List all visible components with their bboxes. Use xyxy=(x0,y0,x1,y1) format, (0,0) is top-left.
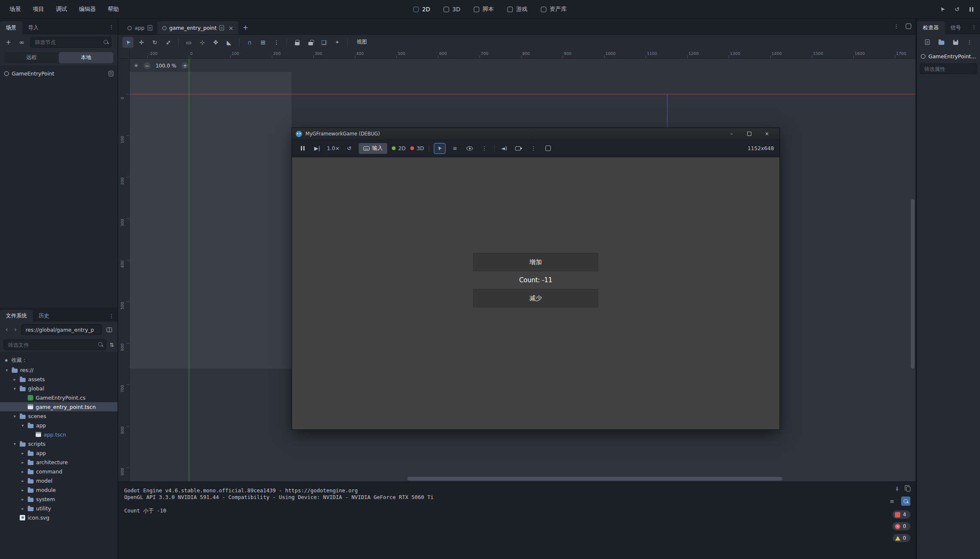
file-tree-row[interactable]: ▸ command xyxy=(0,467,117,476)
local-tab[interactable]: 本地 xyxy=(59,52,113,63)
save-resource-icon[interactable] xyxy=(953,40,958,45)
zoom-level[interactable]: 100.0 % xyxy=(156,63,177,69)
view-menu-button[interactable]: 视图 xyxy=(352,39,371,46)
speed-label[interactable]: 1.0× xyxy=(327,143,339,154)
canvas-2d[interactable]: ✳ − 100.0 % + MyGFrameworkGame (DEBUG) –… xyxy=(130,59,915,481)
expand-arrow-icon[interactable]: ▸ xyxy=(20,451,25,455)
file-tree-row[interactable]: ▾ scripts xyxy=(0,439,117,448)
expand-arrow-icon[interactable]: ▸ xyxy=(20,488,25,492)
ruler-tool-button[interactable]: ◣ xyxy=(224,37,235,48)
zoom-out-button[interactable]: − xyxy=(143,62,151,69)
status-badge[interactable]: 0 xyxy=(892,522,910,530)
game-window-titlebar[interactable]: MyGFrameworkGame (DEBUG) – × xyxy=(292,128,779,140)
expand-arrow-icon[interactable]: ▸ xyxy=(20,478,25,483)
scale-tool-button[interactable]: ↔ xyxy=(163,37,174,48)
expand-arrow-icon[interactable]: ▾ xyxy=(20,423,25,428)
list-select-tool-button[interactable]: ▭ xyxy=(183,37,194,48)
skeleton-options-button[interactable]: ⌖ xyxy=(332,37,343,48)
expand-arrow-icon[interactable]: ▸ xyxy=(20,506,25,511)
expand-arrow-icon[interactable]: ▾ xyxy=(4,368,9,372)
file-tree-row[interactable]: app.tscn xyxy=(0,430,117,439)
file-tree-row[interactable]: ▾ res:// xyxy=(0,365,117,374)
pause-game-button[interactable] xyxy=(297,143,308,154)
script-icon[interactable] xyxy=(219,25,224,31)
file-tree-row[interactable]: icon.svg xyxy=(0,513,117,522)
grid-snap-button[interactable]: ⊞ xyxy=(258,37,268,48)
file-tree-row[interactable]: game_entry_point.tscn xyxy=(0,402,117,411)
file-filter-input[interactable] xyxy=(3,339,106,350)
menu-item[interactable]: 项目 xyxy=(27,3,50,15)
camera-override-button[interactable] xyxy=(514,143,524,154)
tab-history[interactable]: 历史 xyxy=(33,310,55,322)
tab-filesystem[interactable]: 文件系统 xyxy=(0,310,33,322)
expand-viewport-icon[interactable] xyxy=(906,23,911,29)
file-tree-row[interactable]: ▸ assets xyxy=(0,374,117,384)
add-node-button[interactable]: + xyxy=(3,37,13,47)
file-tree-row[interactable]: ▾ app xyxy=(0,421,117,430)
close-tab-icon[interactable]: × xyxy=(228,25,233,31)
instance-scene-button[interactable]: ∞ xyxy=(17,37,27,47)
scene-tab[interactable]: game_entry_point × xyxy=(157,21,239,34)
file-tree-row[interactable]: ▸ system xyxy=(0,494,117,504)
remote-tab[interactable]: 远程 xyxy=(4,52,59,63)
workspace-tab[interactable]: 2D xyxy=(413,6,430,13)
load-resource-icon[interactable] xyxy=(938,41,944,45)
mode-3d-button[interactable]: 3D xyxy=(410,143,424,154)
expand-arrow-icon[interactable]: ▾ xyxy=(12,386,17,391)
file-tree-row[interactable]: ▾ scenes xyxy=(0,411,117,421)
audio-mute-button[interactable]: ◄) xyxy=(499,143,509,154)
favorites-row[interactable]: ★ 收藏： xyxy=(0,355,117,365)
menu-item[interactable]: 编辑器 xyxy=(73,3,102,15)
zoom-in-button[interactable]: + xyxy=(181,62,188,69)
group-button[interactable]: ❏ xyxy=(318,37,329,48)
embed-select-button[interactable]: ➤ xyxy=(434,143,446,154)
snap-options-icon[interactable]: ⋮ xyxy=(271,37,282,48)
tab-inspector[interactable]: 检查器 xyxy=(917,21,945,34)
status-badge[interactable]: 0 xyxy=(893,534,910,542)
file-tree-row[interactable]: GameEntryPoint.cs xyxy=(0,393,117,402)
expand-arrow-icon[interactable]: ▾ xyxy=(12,442,17,446)
mode-2d-button[interactable]: 2D xyxy=(392,143,406,154)
reload-icon[interactable]: ↺ xyxy=(954,6,959,13)
new-resource-icon[interactable] xyxy=(925,39,930,45)
pivot-tool-button[interactable]: ⊹ xyxy=(197,37,208,48)
node-filter-input[interactable] xyxy=(30,37,112,48)
cursor-icon[interactable]: ➤ xyxy=(940,6,945,13)
copy-log-icon[interactable] xyxy=(906,486,910,491)
inspected-node-row[interactable]: GameEntryPoint... xyxy=(917,50,980,62)
tab-import[interactable]: 导入 xyxy=(22,21,44,34)
workspace-tab[interactable]: 脚本 xyxy=(474,5,494,13)
expand-arrow-icon[interactable]: ▸ xyxy=(20,460,25,465)
fullscreen-button[interactable] xyxy=(543,143,553,154)
vertical-scrollbar-thumb[interactable] xyxy=(911,199,915,369)
split-view-icon[interactable] xyxy=(104,325,114,335)
expand-arrow-icon[interactable]: ▸ xyxy=(20,469,25,474)
expand-arrow-icon[interactable]: ▸ xyxy=(20,497,25,502)
next-frame-button[interactable]: ▶| xyxy=(312,143,322,154)
workspace-tab[interactable]: 资产库 xyxy=(541,5,567,13)
scene-tab[interactable]: app × xyxy=(122,21,157,34)
inspector-menu-icon[interactable]: ⋮ xyxy=(971,24,977,30)
minimize-button[interactable]: – xyxy=(723,128,740,140)
lock-button[interactable] xyxy=(292,37,302,48)
pan-tool-button[interactable]: ✥ xyxy=(210,37,221,48)
file-tree-row[interactable]: ▾ global xyxy=(0,384,117,393)
back-button[interactable]: ‹ xyxy=(3,326,10,333)
options-dots-icon[interactable]: ⋮ xyxy=(480,143,490,154)
file-tree-row[interactable]: ▸ module xyxy=(0,485,117,494)
script-icon[interactable] xyxy=(109,71,113,76)
close-button[interactable]: × xyxy=(758,128,776,140)
workspace-tab[interactable]: 游戏 xyxy=(507,5,527,13)
inspector-options-icon[interactable]: ⋮ xyxy=(967,39,972,45)
path-input[interactable] xyxy=(21,324,102,335)
forward-button[interactable]: › xyxy=(12,326,19,333)
expand-arrow-icon[interactable]: ▸ xyxy=(12,377,17,382)
status-badge[interactable]: 4 xyxy=(892,510,910,519)
scene-dock-menu-icon[interactable]: ⋮ xyxy=(109,24,114,30)
pause-icon[interactable] xyxy=(970,7,973,12)
horizontal-scrollbar[interactable] xyxy=(130,477,910,481)
script-icon[interactable] xyxy=(148,25,152,31)
save-log-icon[interactable]: ⇓ xyxy=(895,486,899,492)
scene-tree-root-row[interactable]: GameEntryPoint xyxy=(0,68,117,79)
reset-icon[interactable]: ↺ xyxy=(344,143,354,154)
